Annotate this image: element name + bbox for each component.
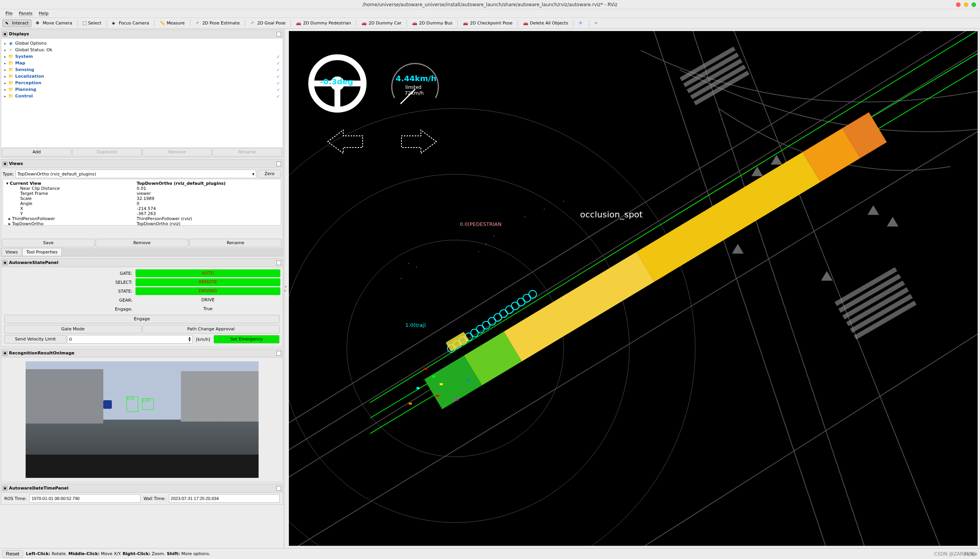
panel-checkbox[interactable] <box>276 161 281 166</box>
remove-button[interactable]: Remove <box>142 148 212 156</box>
datetime-header[interactable]: ▣ AutowareDateTimePanel <box>1 484 283 493</box>
tool-checkpoint-pose[interactable]: 🚗2D Checkpoint Pose <box>460 19 515 27</box>
tool-plus[interactable]: ✚ <box>576 19 587 27</box>
rename-button[interactable]: Rename <box>212 148 282 156</box>
panel-checkbox[interactable] <box>276 351 281 356</box>
tree-item[interactable]: ▸📁Localization✓ <box>3 73 281 80</box>
panel-checkbox[interactable] <box>276 260 281 265</box>
hud-overlay: -0.3deg 4.44km/h limited 72km/h <box>308 54 456 160</box>
velocity-input[interactable]: 0▲▼ <box>67 335 193 344</box>
tree-item[interactable]: ▸📁System✓ <box>3 53 281 60</box>
svg-line-4 <box>602 302 978 546</box>
maximize-icon[interactable] <box>971 2 976 7</box>
tree-item[interactable]: ▸📁Map✓ <box>3 60 281 66</box>
svg-line-6 <box>680 31 873 546</box>
rename-button[interactable]: Rename <box>189 239 282 247</box>
ruler-icon: 📏 <box>160 21 165 26</box>
car-icon: 🚗 <box>523 21 528 26</box>
check-icon[interactable]: ✓ <box>276 61 281 66</box>
check-icon[interactable]: ✓ <box>276 54 281 59</box>
svg-point-45 <box>529 290 537 298</box>
minimize-icon[interactable] <box>964 2 968 7</box>
close-icon[interactable] <box>956 2 961 7</box>
views-list[interactable]: ▾ Current ViewTopDownOrtho (rviz_default… <box>3 179 281 226</box>
zero-button[interactable]: Zero <box>258 170 281 178</box>
svg-point-42 <box>511 302 519 310</box>
occlusion-label: occlusion_spot <box>580 210 643 219</box>
toolbar: ⬉Interact ✥Move Camera Select ◈Focus Cam… <box>0 18 980 29</box>
tree-item[interactable]: ▸📁Planning✓ <box>3 86 281 93</box>
collapse-icon[interactable]: ▣ <box>3 351 7 356</box>
remove-button[interactable]: Remove <box>96 239 188 247</box>
duplicate-button[interactable]: Duplicate <box>72 148 142 156</box>
status-help: Left-Click: Rotate. Middle-Click: Move X… <box>26 551 210 556</box>
ros-time-label: ROS Time: <box>4 496 26 501</box>
check-icon[interactable]: ✓ <box>276 68 281 72</box>
add-button[interactable]: Add <box>2 148 71 156</box>
tool-goal-pose[interactable]: ↗2D Goal Pose <box>247 19 288 27</box>
tree-item[interactable]: ▸📁Sensing✓ <box>3 66 281 73</box>
displays-tree[interactable]: ▸◉Global Options ▸✓Global Status: Ok ▸📁S… <box>1 38 283 147</box>
recognition-header[interactable]: ▣ RecognitionResultOnImage <box>1 349 283 358</box>
engage-button[interactable]: Engage <box>4 315 280 323</box>
speed-value: 4.44km/h <box>396 74 436 83</box>
svg-point-49 <box>401 278 401 279</box>
folder-icon: 📁 <box>8 87 14 92</box>
tree-item[interactable]: ▸📁Perception✓ <box>3 80 281 86</box>
tool-delete-all[interactable]: 🚗Delete All Objects <box>520 19 571 27</box>
state-header[interactable]: ▣ AutowareStatePanel <box>1 259 283 267</box>
check-icon[interactable]: ✓ <box>276 81 281 85</box>
tool-move-camera[interactable]: ✥Move Camera <box>33 19 75 27</box>
view-type-combo[interactable]: TopDownOrtho (rviz_default_plugins)▾ <box>16 170 256 178</box>
menu-help[interactable]: Help <box>36 10 52 17</box>
tab-tool-properties[interactable]: Tool Properties <box>22 248 62 256</box>
panel-checkbox[interactable] <box>276 486 281 491</box>
tree-global-options[interactable]: ▸◉Global Options <box>3 40 281 47</box>
collapse-icon[interactable]: ▣ <box>3 486 7 491</box>
tool-focus-camera[interactable]: ◈Focus Camera <box>109 19 152 27</box>
tool-select[interactable]: Select <box>80 19 104 27</box>
svg-point-40 <box>500 310 507 318</box>
svg-marker-77 <box>401 130 436 153</box>
tool-dummy-car[interactable]: 🚗2D Dummy Car <box>359 19 404 27</box>
select-icon <box>83 21 87 25</box>
panel-checkbox[interactable] <box>276 32 281 36</box>
set-emergency-button[interactable]: Set Emergency <box>214 335 280 344</box>
check-icon[interactable]: ✓ <box>276 87 281 92</box>
menu-panels[interactable]: Panels <box>16 10 35 17</box>
collapse-icon[interactable]: ▣ <box>3 161 7 166</box>
tool-dummy-bus[interactable]: 🚗2D Dummy Bus <box>409 19 455 27</box>
camera-image: 0.51 0.55 <box>26 361 259 478</box>
pedestrian-label: 0.0(PEDESTRIAN <box>460 221 502 227</box>
ros-time-input[interactable] <box>30 494 140 503</box>
window-title: /home/universe/autoware_universe/install… <box>363 2 617 7</box>
save-button[interactable]: Save <box>2 239 95 247</box>
tab-views[interactable]: Views <box>1 248 22 256</box>
collapse-icon[interactable]: ▣ <box>3 260 7 265</box>
spinner-icon[interactable]: ▲▼ <box>189 337 191 342</box>
move-icon: ✥ <box>36 21 41 26</box>
3d-viewport[interactable]: -0.3deg 4.44km/h limited 72km/h <box>289 31 978 546</box>
displays-header[interactable]: ▣ Displays <box>1 30 283 38</box>
viewport-container: -0.3deg 4.44km/h limited 72km/h <box>287 29 980 548</box>
tree-item[interactable]: ▸📁Control✓ <box>3 93 281 99</box>
tool-minus[interactable]: ━ <box>592 19 603 27</box>
send-velocity-button[interactable]: Send Velocity Limit <box>4 335 66 344</box>
gate-mode-button[interactable]: Gate Mode <box>4 325 142 333</box>
reset-button[interactable]: Reset <box>2 550 23 558</box>
check-icon[interactable]: ✓ <box>276 74 281 79</box>
select-value: REMOTE <box>136 278 280 286</box>
path-change-button[interactable]: Path Change Approval <box>142 325 280 333</box>
tool-dummy-pedestrian[interactable]: 🚗2D Dummy Pedestrian <box>293 19 354 27</box>
wall-time-input[interactable] <box>169 494 280 503</box>
tool-interact[interactable]: ⬉Interact <box>2 19 31 27</box>
speed-gauge: 4.44km/h limited 72km/h <box>382 54 448 113</box>
tool-measure[interactable]: 📏Measure <box>157 19 188 27</box>
collapse-icon[interactable]: ▣ <box>3 32 7 36</box>
tree-global-status[interactable]: ▸✓Global Status: Ok <box>3 47 281 53</box>
folder-icon: 📁 <box>8 81 14 85</box>
views-header[interactable]: ▣ Views <box>1 160 283 168</box>
check-icon[interactable]: ✓ <box>276 94 281 99</box>
menu-file[interactable]: File <box>2 10 16 17</box>
tool-pose-estimate[interactable]: ↗2D Pose Estimate <box>193 19 243 27</box>
